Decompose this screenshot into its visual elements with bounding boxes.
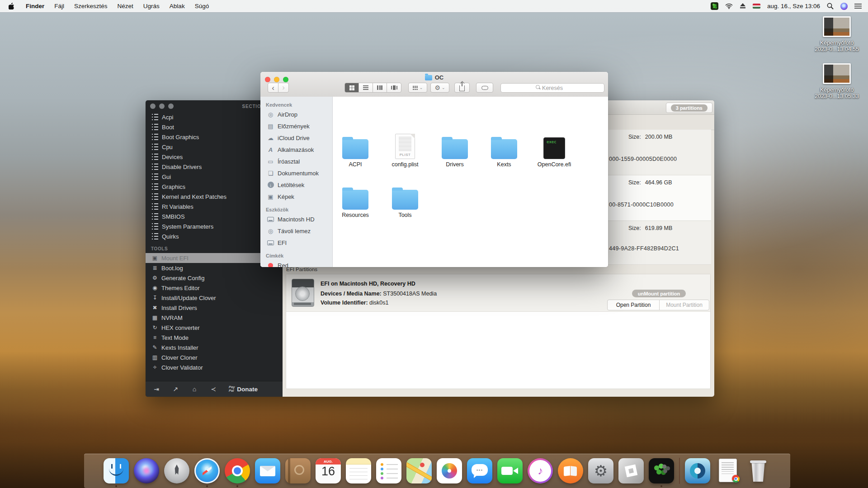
sidebar-item-documents[interactable]: ❏Dokumentumok: [260, 167, 332, 179]
dock-item-contacts[interactable]: [285, 458, 311, 483]
dock-item-roblox[interactable]: [618, 458, 644, 483]
dock-item-mail[interactable]: [255, 458, 280, 483]
file-kexts[interactable]: Kexts: [481, 126, 528, 168]
file-resources[interactable]: Resources: [332, 176, 379, 218]
dock-item-clover-configurator[interactable]: [649, 458, 674, 483]
dock-item-launchpad[interactable]: [164, 458, 189, 483]
sidebar-item-install-update-clover[interactable]: ↧Install/Update Clover: [146, 293, 283, 303]
menu-item-ugras[interactable]: Ugrás: [138, 3, 165, 9]
reminders-icon: [376, 458, 401, 483]
efi-card-title: EFI on Macintosh HD, Recovery HD: [321, 281, 415, 287]
wifi-icon[interactable]: [725, 3, 733, 9]
input-source-flag-icon[interactable]: [753, 4, 760, 9]
zoom-button[interactable]: [168, 103, 174, 109]
open-partition-button[interactable]: Open Partition: [607, 300, 660, 310]
home-icon[interactable]: ⌂: [190, 385, 199, 393]
sidebar-item-kexts-installer[interactable]: ✎Kexts Installer: [146, 343, 283, 352]
sidebar-item-themes-editor[interactable]: ◉Themes Editor: [146, 283, 283, 293]
desktop-icon-screenshot-2[interactable]: Képernyőfotó2023-0...13.05.33: [807, 63, 866, 99]
dock-item-notes[interactable]: [346, 458, 371, 483]
sidebar-item-nvram[interactable]: ▦NVRAM: [146, 313, 283, 323]
sidebar-item-icloud-drive[interactable]: ☁iCloud Drive: [260, 132, 332, 144]
sidebar-item-generate-config[interactable]: ⚙Generate Config: [146, 273, 283, 283]
desktop-icon-screenshot-1[interactable]: Képernyőfotó2023-0...13.04.55: [807, 16, 866, 52]
apple-menu[interactable]: [0, 3, 21, 9]
list-icon: [152, 164, 158, 170]
dock-item-siri[interactable]: [134, 458, 159, 483]
eject-icon[interactable]: [740, 3, 746, 9]
menu-item-nezet[interactable]: Nézet: [113, 3, 138, 9]
opencore-configurator-icon: [685, 458, 710, 483]
window-controls[interactable]: [150, 103, 174, 109]
menu-item-szerkesztes[interactable]: Szerkesztés: [69, 3, 113, 9]
coverflow-view-button[interactable]: [387, 83, 401, 93]
sidebar-item-hex-converter[interactable]: ↻HEX converter: [146, 323, 283, 333]
sidebar-item-pictures[interactable]: ▣Képek: [260, 191, 332, 202]
dock-item-documents[interactable]: [715, 458, 741, 483]
group-by-button[interactable]: ⌄: [408, 83, 427, 93]
spotlight-icon[interactable]: [827, 3, 834, 9]
dock-item-messages[interactable]: •••: [467, 458, 492, 483]
efi-partition-card[interactable]: EFI on Macintosh HD, Recovery HD Devices…: [286, 274, 710, 312]
file-tools[interactable]: Tools: [382, 176, 429, 218]
menu-item-finder[interactable]: Finder: [21, 3, 49, 9]
action-menu-button[interactable]: ⚙⌄: [430, 83, 449, 93]
close-button[interactable]: [150, 103, 156, 109]
menu-bar-clock[interactable]: aug. 16., Sze 13:06: [767, 3, 820, 9]
sidebar-item-airdrop[interactable]: ◎AirDrop: [260, 108, 332, 120]
desktop-icons: Képernyőfotó2023-0...13.04.55 Képernyőfo…: [807, 16, 866, 110]
sign-in-icon[interactable]: ⇥: [152, 385, 161, 393]
mount-partition-button[interactable]: Mount Partition: [659, 300, 709, 310]
file-opencore-efi[interactable]: exec OpenCore.efi: [531, 126, 578, 168]
dock-item-ibooks[interactable]: [558, 458, 583, 483]
forward-button[interactable]: ›: [278, 83, 289, 93]
file-acpi[interactable]: ACPI: [332, 126, 379, 168]
tag-button[interactable]: [476, 83, 493, 93]
dock-item-calendar[interactable]: AUG.16: [316, 458, 341, 483]
column-view-button[interactable]: [373, 83, 387, 93]
file-config-plist[interactable]: PLIST config.plist: [382, 126, 429, 168]
dock-item-safari[interactable]: [194, 458, 220, 483]
clover-menu-extra-icon[interactable]: [711, 2, 718, 10]
menu-item-sugo[interactable]: Súgó: [190, 3, 214, 9]
dock-item-opencore-configurator[interactable]: [685, 458, 710, 483]
back-button[interactable]: ‹: [268, 83, 278, 93]
sidebar-item-remote-disc[interactable]: ◎Távoli lemez: [260, 225, 332, 237]
search-input[interactable]: [500, 83, 604, 93]
menu-item-ablak[interactable]: Ablak: [165, 3, 190, 9]
dock-item-system-preferences[interactable]: ⚙: [588, 458, 613, 483]
list-icon: [152, 213, 158, 220]
dock-item-chrome[interactable]: [225, 458, 250, 483]
share-button[interactable]: [454, 83, 470, 93]
sidebar-item-clover-validator[interactable]: ✧Clover Validator: [146, 362, 283, 372]
share-icon[interactable]: ≺: [209, 385, 218, 393]
dock-item-facetime[interactable]: [497, 458, 523, 483]
file-drivers[interactable]: Drivers: [431, 126, 478, 168]
downloads-icon: ↓: [267, 182, 274, 188]
sidebar-item-install-drivers[interactable]: ✖Install Drivers: [146, 303, 283, 313]
sidebar-item-macintosh-hd[interactable]: Macintosh HD: [260, 213, 332, 225]
sidebar-item-text-mode[interactable]: ≡Text Mode: [146, 333, 283, 343]
donate-button[interactable]: Donate: [237, 386, 258, 393]
icon-view-button[interactable]: [345, 83, 359, 93]
menu-item-fajl[interactable]: Fájl: [49, 3, 69, 9]
list-view-button[interactable]: [359, 83, 373, 93]
dock-item-reminders[interactable]: [376, 458, 401, 483]
minimize-button[interactable]: [159, 103, 165, 109]
dock-item-trash[interactable]: [745, 458, 771, 483]
sidebar-item-downloads[interactable]: ↓Letöltések: [260, 179, 332, 191]
dock-item-photos[interactable]: [437, 458, 462, 483]
dock-item-maps[interactable]: [406, 458, 432, 483]
sidebar-item-tag-red[interactable]: Red: [260, 259, 332, 267]
sidebar-item-efi[interactable]: EFI: [260, 237, 332, 249]
sidebar-item-clover-cloner[interactable]: ▥Clover Cloner: [146, 352, 283, 362]
notification-center-icon[interactable]: [854, 3, 862, 9]
siri-icon[interactable]: [840, 3, 848, 10]
sidebar-item-desktop[interactable]: ▭Íróasztal: [260, 155, 332, 167]
dock-item-itunes[interactable]: ♪: [528, 458, 553, 483]
sidebar-item-applications[interactable]: AAlkalmazások: [260, 144, 332, 155]
dock-item-finder[interactable]: [104, 458, 129, 483]
safari-icon: [194, 458, 220, 483]
export-icon[interactable]: ↗: [171, 385, 180, 393]
sidebar-item-recents[interactable]: ▤Előzmények: [260, 120, 332, 132]
